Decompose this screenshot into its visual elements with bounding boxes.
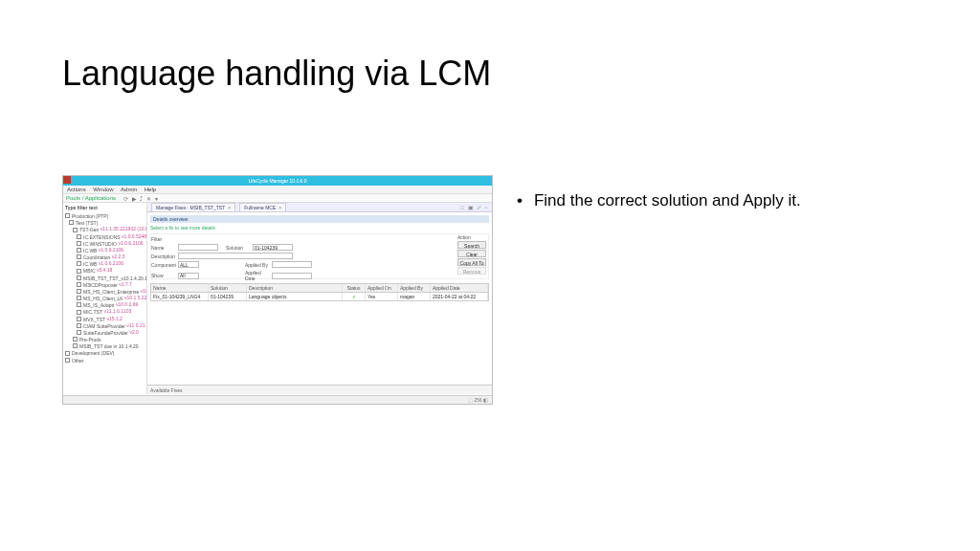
tree-other[interactable]: Other — [65, 357, 145, 364]
tree-item[interactable]: MS_HS_Client_Enterprise v10.1.5.225 — [65, 288, 145, 295]
cell-applieddate: 2021-04-22 at 04:22 — [431, 293, 488, 300]
tree-root-sub[interactable]: Test (TST) — [65, 219, 145, 226]
col-appliedby[interactable]: Applied By — [398, 284, 431, 292]
tab-manage-fixes[interactable]: Manage Fixes · MSIB_TST_TST — [151, 203, 235, 211]
cell-status: ✓ — [343, 293, 366, 300]
section-header: Details overview — [150, 215, 489, 223]
slide-title: Language handling via LCM — [62, 54, 491, 94]
col-solution[interactable]: Solution — [209, 284, 247, 292]
tree-item[interactable]: IC.EXTENSIONS v1.0.0.5248 — [65, 233, 145, 240]
search-button[interactable]: Search — [457, 241, 486, 249]
tree-item[interactable]: SuiteFoundeProvider v2.0 — [65, 329, 145, 336]
tree-item[interactable]: M3ICDProposer v1.7.7 — [65, 281, 145, 288]
tree-dev[interactable]: Development (DEV) — [65, 349, 145, 356]
bullet-item: • Find the correct solution and Apply it… — [517, 191, 919, 210]
description-label: Description — [151, 253, 178, 259]
tree-item[interactable]: MIC.TST v11.1.6.1103 — [65, 308, 145, 315]
menubar: Actions Window Admin Help — [63, 186, 492, 194]
toolbar-icons[interactable]: ⟳ ▶ ⤴ ✕ ▾ — [123, 195, 159, 202]
tree-item[interactable]: Coordination v2.2.3 — [65, 253, 145, 260]
results-grid: Name Solution Description Status Applied… — [150, 283, 489, 301]
available-fixes-bar[interactable]: Available Fixes — [147, 385, 492, 394]
filter-label: Filter — [151, 236, 178, 242]
app-title: LifeCycle Manager 10.1.6.0 — [248, 178, 306, 184]
cell-description: Language objects — [247, 293, 343, 300]
action-column: Action Search Clear Copy All To Remove — [457, 234, 486, 276]
component-select[interactable]: ALL — [178, 261, 199, 268]
tree-item[interactable]: TST-Gen v11.1.35.221902 (10.François) — [65, 226, 145, 232]
panel-hint: Select a fix to see more details — [150, 225, 489, 231]
toolbar: Pools / Applications ⟳ ▶ ⤴ ✕ ▾ — [63, 194, 492, 203]
tree-item[interactable]: Pre-Prods — [65, 336, 145, 342]
solution-label: Solution — [226, 245, 253, 251]
tab-fullname[interactable]: Fullname MCE — [239, 203, 286, 211]
panel: Details overview Select a fix to see mor… — [147, 212, 492, 394]
description-input[interactable] — [178, 253, 293, 259]
cell-appliedon: Yes — [366, 293, 398, 300]
tree-item[interactable]: MSIB_TST_TST_v10.1.4.20.1 — [65, 275, 145, 281]
component-label: Component — [151, 262, 178, 268]
col-status[interactable]: Status — [343, 284, 366, 292]
sidebar-tree[interactable]: Type filter text Production (PTP) Test (… — [63, 203, 147, 394]
bullet-text: Find the correct solution and Apply it. — [534, 191, 801, 210]
menu-window[interactable]: Window — [93, 187, 113, 192]
remove-button[interactable]: Remove — [457, 267, 486, 275]
table-row[interactable]: Fix_01-104239_LNG4 01-104239 Language ob… — [151, 293, 488, 300]
copyallto-button[interactable]: Copy All To — [457, 258, 486, 266]
bullet-list: • Find the correct solution and Apply it… — [517, 191, 919, 210]
cell-name: Fix_01-104239_LNG4 — [151, 293, 209, 300]
tabbar: Manage Fixes · MSIB_TST_TST Fullname MCE… — [147, 203, 492, 212]
col-applieddate[interactable]: Applied Date — [431, 284, 488, 292]
tree-item[interactable]: IC.WINSTUDIO v1.0.6.2106 — [65, 240, 145, 247]
filter-form: Filter Name Solution 01-104239 Descripti… — [150, 233, 489, 279]
grid-header: Name Solution Description Status Applied… — [151, 284, 488, 293]
tab-window-icons[interactable]: □ ▣ ⤢ ▫ — [460, 204, 488, 210]
tree-item[interactable]: CIAM SuiteProvider v11.0.21.045 [2021-10… — [65, 322, 145, 329]
bullet-dot: • — [517, 191, 523, 210]
show-label: Show — [151, 273, 178, 278]
screenshot-lcm: LifeCycle Manager 10.1.6.0 Actions Windo… — [62, 175, 493, 405]
toolbar-label: Pools / Applications — [66, 195, 116, 201]
col-description[interactable]: Description — [247, 284, 343, 292]
name-input[interactable] — [178, 244, 218, 251]
tree-filter-label: Type filter text — [65, 205, 145, 210]
solution-input[interactable]: 01-104239 — [253, 244, 293, 251]
show-select[interactable]: All — [178, 273, 199, 279]
tree-item[interactable]: MS_IS_Adaptr v10.0.2.69 — [65, 301, 145, 308]
tree-item[interactable]: MVX_TST v15.1.2 — [65, 316, 145, 322]
tree-item[interactable]: IC.WB v1.0.6.2106 — [65, 247, 145, 253]
menu-actions[interactable]: Actions — [67, 187, 86, 192]
tree-root[interactable]: Production (PTP) — [65, 212, 145, 219]
applieddate-input[interactable] — [272, 273, 312, 279]
app-titlebar: LifeCycle Manager 10.1.6.0 — [63, 176, 492, 186]
col-appliedon[interactable]: Applied On — [366, 284, 398, 292]
cell-appliedby: magan — [398, 293, 431, 300]
menu-help[interactable]: Help — [145, 187, 156, 192]
appliedby-label: Applied By — [245, 262, 272, 268]
col-name[interactable]: Name — [151, 284, 209, 292]
tree-item[interactable]: MS_HS_Client_LK v10.1.5.225 — [65, 295, 145, 301]
clear-button[interactable]: Clear — [457, 250, 486, 257]
name-label: Name — [151, 245, 178, 251]
tree-item[interactable]: MSIB_TST due in 10.1.4.20 — [65, 342, 145, 349]
tree-item[interactable]: IC.WB v1.0.6.2106 — [65, 260, 145, 267]
applieddate-label: Applied Date — [245, 270, 272, 281]
statusbar: ⬚ 256 ◧ — [63, 395, 492, 404]
tree-item[interactable]: MBIC v5.4.18 — [65, 267, 145, 274]
action-header: Action — [457, 234, 486, 240]
appliedby-input[interactable] — [272, 261, 312, 268]
main-area: Manage Fixes · MSIB_TST_TST Fullname MCE… — [147, 203, 492, 394]
menu-admin[interactable]: Admin — [121, 187, 137, 192]
cell-solution: 01-104239 — [209, 293, 247, 300]
app-icon — [63, 176, 71, 184]
